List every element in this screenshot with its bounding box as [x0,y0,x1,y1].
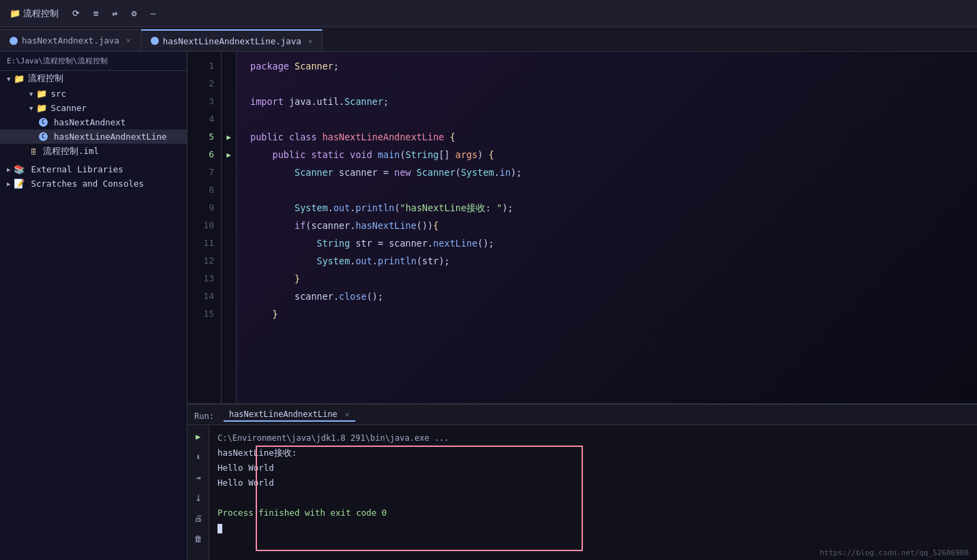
toolbar-align[interactable]: ≡ [89,7,103,20]
code-line-8 [250,181,977,199]
file-icon-hasnextandnext: C [39,118,48,127]
sidebar-item-iml[interactable]: 🗄 流程控制.iml [0,144,187,159]
run-arrow-5[interactable]: ▶ [226,133,231,142]
code-line-13: } [250,270,977,287]
sidebar-item-external[interactable]: ▶ 📚 External Libraries [0,162,187,176]
sidebar-header: E:\Java\流程控制\流程控制 [0,52,187,71]
code-content[interactable]: package Scanner; import java.util.Scanne… [237,52,977,403]
code-line-3: import java.util.Scanner; [250,93,977,110]
folder-icon-scanner: 📁 [36,103,47,113]
cursor-blink [217,524,222,533]
sidebar-label-external: External Libraries [31,164,123,174]
run-label: Run: [194,409,218,421]
tab-label-1: hasNextAndnext.java [22,35,119,46]
code-line-7: Scanner scanner = new Scanner(System.in)… [250,164,977,181]
sidebar-path: E:\Java\流程控制\流程控制 [7,56,108,66]
code-line-9: System.out.println("hasNextLine接收: "); [250,199,977,217]
sidebar-item-root[interactable]: ▼ 📁 流程控制 [0,71,187,87]
code-line-5: public class hasNextLineAndnextLine { [250,128,977,146]
run-trash-button[interactable]: 🗑 [191,531,206,546]
toolbar: 📁 流程控制 ⟳ ≡ ⇌ ⚙ — [0,0,977,27]
run-arrow-6[interactable]: ▶ [226,151,231,159]
folder-icon-root: 📁 [14,74,25,84]
chevron-down-icon: ▼ [7,76,10,82]
sidebar-item-hasnextlineandnextline[interactable]: C hasNextLineAndnextLine [0,129,187,144]
sidebar-item-hasnextandnext[interactable]: C hasNextAndnext [0,115,187,129]
console-line-2: Hello World [217,461,969,476]
code-line-4 [250,110,977,128]
tab-label-2: hasNextLineAndnextLine.java [163,36,301,46]
sidebar-label-src: src [50,89,66,99]
main-layout: E:\Java\流程控制\流程控制 ▼ 📁 流程控制 ▼ 📁 src ▼ 📁 S… [0,52,977,560]
tab-close-2[interactable]: ✕ [308,37,313,46]
folder-icon-src: 📁 [36,89,47,99]
code-line-12: System.out.println(str); [250,252,977,270]
align2-icon: ⇌ [112,8,118,18]
console-line-3: Hello World [217,476,969,491]
project-icon: 📁 [10,8,20,18]
run-output: C:\Environment\java\jdk1.8 291\bin\java.… [209,425,977,560]
code-line-15: } [250,305,977,323]
sidebar-label-scanner: Scanner [50,103,87,113]
sidebar-label-scratches: Scratches and Consoles [31,178,144,189]
tab-icon-1 [10,37,18,45]
console-exit-line: Process finished with exit code 0 [217,505,969,520]
sync-icon: ⟳ [72,8,80,18]
run-wrap2-button[interactable]: ⤓ [191,491,206,505]
sidebar-item-src[interactable]: ▼ 📁 src [0,87,187,101]
code-line-14: scanner.close(); [250,287,977,305]
toolbar-minimize[interactable]: — [146,7,160,20]
sidebar-item-scratches[interactable]: ▶ 📝 Scratches and Consoles [0,176,187,191]
run-panel-header: Run: hasNextLineAndnextLine ✕ [187,405,977,425]
toolbar-align2[interactable]: ⇌ [108,7,122,20]
toolbar-project[interactable]: 📁 流程控制 [5,6,63,21]
code-editor[interactable]: 1 2 3 4 5 6 7 8 9 10 11 12 13 14 15 [187,52,977,403]
console-cursor-line [217,520,969,535]
lib-icon: 📚 [14,164,25,174]
run-arrows: ▶ ▶ [222,52,237,403]
run-panel-body: ▶ ⬇ ⇥ ⤓ 🖨 🗑 C:\Environment\java\jdk1.8 2… [187,425,977,560]
code-line-11: String str = scanner.nextLine(); [250,234,977,252]
run-tab-label: hasNextLineAndnextLine [229,409,337,419]
sidebar-item-scanner[interactable]: ▼ 📁 Scanner [0,101,187,115]
sidebar-label-hasnextandnext: hasNextAndnext [54,117,125,127]
code-line-10: if(scanner.hasNextLine()){ [250,217,977,234]
run-play-button[interactable]: ▶ [191,429,206,444]
console-command: C:\Environment\java\jdk1.8 291\bin\java.… [217,431,969,446]
toolbar-project-label: 流程控制 [23,7,59,20]
line-numbers: 1 2 3 4 5 6 7 8 9 10 11 12 13 14 15 [187,52,222,403]
gear-icon: ⚙ [132,8,137,18]
sidebar-label-iml: 流程控制.iml [43,146,99,157]
run-wrap-button[interactable]: ⇥ [191,470,206,485]
toolbar-settings[interactable]: ⚙ [127,7,141,20]
sidebar: E:\Java\流程控制\流程控制 ▼ 📁 流程控制 ▼ 📁 src ▼ 📁 S… [0,52,187,560]
tabs-bar: hasNextAndnext.java ✕ hasNextLineAndnext… [0,27,977,52]
tab-hasnextlineandnextline[interactable]: hasNextLineAndnextLine.java ✕ [141,29,323,51]
code-line-2 [250,75,977,93]
run-sidebar: ▶ ⬇ ⇥ ⤓ 🖨 🗑 [187,425,209,560]
file-icon-hasnextlineandnextline: C [39,132,48,141]
chevron-down-icon-scanner: ▼ [29,105,33,112]
chevron-right-icon-scratches: ▶ [7,181,10,187]
toolbar-sync[interactable]: ⟳ [68,7,84,20]
sidebar-label-hasnextlineandnextline: hasNextLineAndnextLine [54,131,167,142]
scratches-icon: 📝 [14,178,25,189]
run-down-button[interactable]: ⬇ [191,450,206,465]
editor-area: 1 2 3 4 5 6 7 8 9 10 11 12 13 14 15 [187,52,977,560]
align-icon: ≡ [93,8,99,18]
chevron-right-icon-external: ▶ [7,166,10,173]
run-tab-close[interactable]: ✕ [345,410,350,419]
tab-close-1[interactable]: ✕ [126,36,131,45]
status-url: https://blog.csdn.net/qq_52606908 [820,548,969,557]
code-line-1: package Scanner; [250,57,977,75]
chevron-down-icon-src: ▼ [29,91,33,97]
console-empty-line [217,491,969,505]
tab-hasnextandnext[interactable]: hasNextAndnext.java ✕ [0,29,141,51]
code-line-6: public static void main(String[] args) { [250,146,977,164]
sidebar-label-root: 流程控制 [28,73,63,84]
run-print-button[interactable]: 🖨 [191,511,206,526]
file-icon-iml: 🗄 [29,147,38,156]
tab-icon-2 [151,37,159,45]
run-tab-main[interactable]: hasNextLineAndnextLine ✕ [224,408,355,422]
run-panel: Run: hasNextLineAndnextLine ✕ ▶ ⬇ ⇥ ⤓ 🖨 … [187,403,977,560]
